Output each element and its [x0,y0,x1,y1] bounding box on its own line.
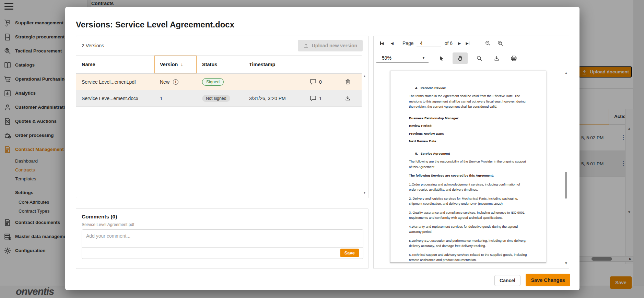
download-icon[interactable] [344,95,351,102]
chevron-down-icon: ▼ [422,56,425,60]
cancel-button[interactable]: Cancel [494,275,520,286]
pdf-vertical-scrollbar[interactable]: ▲ ▼ [564,69,568,266]
zoom-level-select[interactable]: 59% ▼ [376,54,429,63]
doc-paragraph: Review Period: [409,123,527,128]
comment-count: 1 [319,96,322,101]
doc-paragraph: The terms stated in the Agreement shall … [409,93,527,109]
doc-paragraph: Next Review Date [409,139,527,144]
pdf-viewer: ◀ ◀ Page of 6 ▶ ▶ 59% ▼ 4. Periodic Revi… [373,36,569,269]
hand-tool-icon[interactable] [453,52,468,64]
version-timestamp: 3/31/26, 3:20 PM [244,90,304,106]
doc-paragraph: Previous Review Date: [409,131,527,136]
page-label: Page [402,40,414,46]
pdf-document-area[interactable]: 4. Periodic ReviewThe terms stated in th… [374,66,569,269]
status-badge: Not signed [202,95,230,102]
doc-paragraph: 5.Delivery SLA execution and performance… [409,238,527,249]
column-header-comments [304,56,334,73]
info-icon[interactable]: i [173,79,178,85]
upload-new-version-button[interactable]: Upload new version [298,40,363,51]
next-page-button[interactable]: ▶ [458,41,461,46]
version-file-name: Service Level...ement.pdf [76,74,154,90]
last-page-button[interactable]: ▶ [466,41,469,46]
versions-table-header: Name Version ↓ Status Timestamp [76,55,362,74]
comment-icon[interactable] [310,95,316,102]
doc-paragraph: 4. Periodic Review [415,85,527,91]
version-number: New [160,79,169,85]
page-number-input[interactable] [417,40,441,47]
scroll-up-icon[interactable]: ▲ [564,71,568,75]
pdf-page-text: 4. Periodic ReviewThe terms stated in th… [409,85,527,263]
delete-icon[interactable] [344,79,351,85]
comment-input[interactable] [82,230,363,248]
first-page-button[interactable]: ◀ [380,41,384,46]
pdf-page-toolbar: ◀ ◀ Page of 6 ▶ ▶ [374,36,569,50]
versions-modal: Versions: Service Level Agreement.docx 2… [65,7,579,290]
comment-box: Save [82,229,363,259]
version-file-name: Service Leve...ement.docx [76,90,154,106]
comments-title: Comments (0) [82,214,363,220]
comment-icon[interactable] [310,79,316,85]
column-header-timestamp[interactable]: Timestamp [244,56,304,73]
doc-paragraph: 4.Warranty and replacement services for … [409,224,527,235]
scrollbar-thumb[interactable] [565,172,567,199]
versions-table-card: 2 Versions Upload new version Name Versi… [76,36,368,198]
version-row[interactable]: Service Level...ement.pdf New i Signed 0 [76,74,362,90]
select-tool-icon[interactable] [435,52,448,64]
save-changes-button[interactable]: Save Changes [526,274,570,286]
comment-save-button[interactable]: Save [340,249,359,257]
modal-title: Versions: Service Level Agreement.docx [76,20,234,29]
doc-paragraph: 1.Order processing and acknowledgement s… [409,182,527,192]
pdf-page: 4. Periodic ReviewThe terms stated in th… [390,71,546,263]
download-icon[interactable] [490,52,503,64]
scroll-down-icon[interactable]: ▼ [363,191,366,194]
doc-paragraph: Business Relationship Manager: [409,116,527,121]
version-row[interactable]: Service Leve...ement.docx 1 Not signed 3… [76,90,362,107]
status-badge: Signed [202,78,224,86]
comments-card: Comments (0) Service Level Agreement.pdf… [76,208,368,269]
column-header-name[interactable]: Name [76,56,154,73]
comments-file-name: Service Level Agreement.pdf [82,222,363,227]
doc-paragraph: The following Services are covered by th… [409,173,527,178]
versions-count: 2 Versions [82,43,104,48]
print-icon[interactable] [507,52,520,64]
doc-paragraph: 3. Quality assurance and compliance serv… [409,210,527,220]
table-vertical-scrollbar[interactable]: ▲ ▼ [361,55,368,198]
column-header-version[interactable]: Version ↓ [154,56,197,73]
doc-paragraph: 6.Technical support and advisory service… [409,252,527,263]
zoom-out-icon[interactable] [482,37,494,49]
sort-down-icon: ↓ [180,62,183,67]
search-icon[interactable] [473,52,485,64]
column-header-status[interactable]: Status [197,56,244,73]
upload-icon [303,43,309,48]
pdf-tools-toolbar: 59% ▼ [374,50,569,66]
scroll-up-icon[interactable]: ▲ [363,74,366,78]
scroll-down-icon[interactable]: ▼ [564,261,568,265]
version-number: 1 [160,96,163,101]
page-count: of 6 [445,40,453,46]
column-header-actions [334,56,362,73]
version-timestamp [244,74,304,90]
doc-paragraph: 5. Service Agreement [415,151,527,156]
zoom-in-icon[interactable] [494,37,506,49]
doc-paragraph: 2. Delivery and logistics services for M… [409,196,527,206]
previous-page-button[interactable]: ◀ [390,41,393,46]
doc-paragraph: The following are the responsibility of … [409,159,527,169]
comment-count: 0 [319,79,322,85]
